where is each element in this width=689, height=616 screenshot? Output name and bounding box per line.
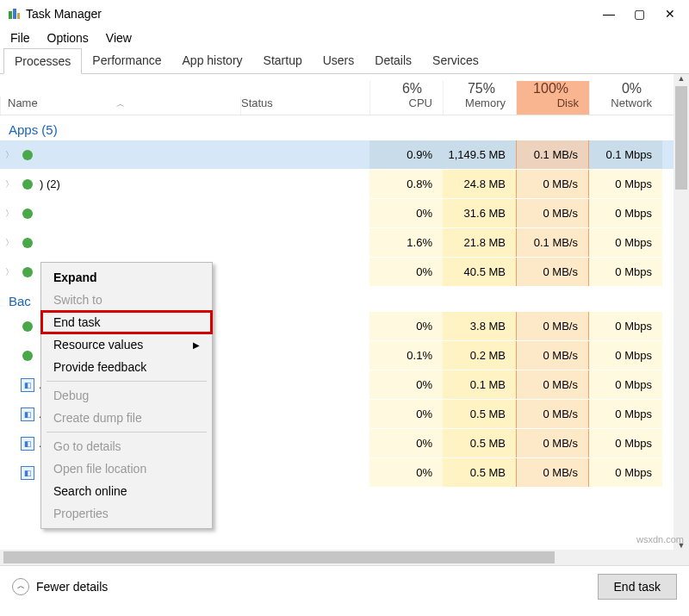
- table-row[interactable]: 〉 0.9% 1,149.5 MB 0.1 MB/s 0.1 Mbps: [0, 140, 689, 170]
- column-headers: ︿ Name Status 6%CPU 75%Memory 100%Disk 0…: [0, 74, 689, 115]
- fewer-details-toggle[interactable]: ︿ Fewer details: [12, 578, 108, 595]
- tab-users[interactable]: Users: [313, 48, 365, 73]
- app-icon: [21, 236, 34, 250]
- network-cell: 0 Mbps: [589, 370, 662, 399]
- ctx-open-file-location: Open file location: [41, 457, 212, 480]
- tab-processes[interactable]: Processes: [3, 48, 82, 74]
- menu-bar: File Options View: [0, 28, 689, 48]
- disk-cell: 0 MB/s: [516, 400, 589, 428]
- ctx-switch-to: Switch to: [41, 289, 212, 311]
- cpu-cell: 1.6%: [369, 228, 443, 257]
- footer-bar: ︿ Fewer details End task: [0, 565, 689, 607]
- ctx-create-dump: Create dump file: [41, 407, 212, 429]
- disk-cell: 0 MB/s: [516, 370, 589, 399]
- submenu-arrow-icon: ▶: [193, 340, 200, 350]
- svg-rect-1: [13, 9, 16, 19]
- expand-icon[interactable]: 〉: [5, 237, 16, 249]
- tab-details[interactable]: Details: [364, 48, 422, 73]
- disk-cell: 0 MB/s: [516, 199, 589, 227]
- svg-point-9: [22, 351, 33, 361]
- col-header-name[interactable]: ︿ Name: [0, 96, 240, 115]
- memory-cell: 21.8 MB: [443, 228, 516, 257]
- expand-icon[interactable]: 〉: [5, 266, 16, 278]
- disk-cell: 0 MB/s: [516, 170, 589, 198]
- network-cell: 0 Mbps: [589, 341, 662, 370]
- app-icon: [21, 148, 34, 162]
- ctx-provide-feedback[interactable]: Provide feedback: [41, 356, 212, 378]
- col-header-disk[interactable]: 100%Disk: [516, 81, 589, 115]
- cpu-cell: 0%: [369, 458, 443, 487]
- ctx-resource-values[interactable]: Resource values ▶: [41, 333, 212, 356]
- network-cell: 0 Mbps: [589, 429, 662, 457]
- table-row[interactable]: 〉 1.6% 21.8 MB 0.1 MB/s 0 Mbps: [0, 228, 689, 258]
- svg-point-7: [22, 267, 33, 277]
- network-cell: 0 Mbps: [589, 228, 662, 257]
- maximize-button[interactable]: ▢: [634, 7, 644, 21]
- disk-cell: 0 MB/s: [516, 458, 589, 487]
- menu-options[interactable]: Options: [40, 29, 96, 47]
- menu-file[interactable]: File: [3, 29, 37, 47]
- service-icon: ◧: [21, 437, 34, 451]
- section-apps[interactable]: Apps (5): [0, 115, 689, 140]
- memory-cell: 40.5 MB: [443, 258, 516, 286]
- menu-view[interactable]: View: [99, 29, 139, 47]
- ctx-go-to-details: Go to details: [41, 435, 212, 457]
- hscroll-thumb[interactable]: [3, 551, 555, 563]
- minimize-button[interactable]: —: [603, 7, 613, 21]
- tab-performance[interactable]: Performance: [82, 48, 171, 73]
- vertical-scrollbar[interactable]: ▲ ▼: [673, 74, 689, 565]
- service-icon: ◧: [21, 466, 34, 480]
- app-icon: [21, 265, 34, 279]
- cpu-cell: 0.1%: [369, 341, 443, 370]
- tab-startup[interactable]: Startup: [253, 48, 313, 73]
- ctx-properties: Properties: [41, 502, 212, 525]
- cpu-cell: 0.9%: [369, 140, 443, 169]
- tab-app-history[interactable]: App history: [172, 48, 253, 73]
- table-row[interactable]: 〉 0% 31.6 MB 0 MB/s 0 Mbps: [0, 199, 689, 228]
- expand-icon[interactable]: 〉: [5, 149, 16, 161]
- ctx-end-task[interactable]: End task: [41, 311, 212, 333]
- col-header-memory[interactable]: 75%Memory: [443, 81, 516, 115]
- app-icon: [21, 207, 34, 221]
- ctx-separator: [47, 381, 207, 382]
- window-title: Task Manager: [26, 7, 603, 21]
- cpu-cell: 0%: [369, 312, 443, 340]
- close-button[interactable]: ✕: [665, 7, 675, 21]
- disk-cell: 0 MB/s: [516, 258, 589, 286]
- app-icon: [7, 7, 21, 21]
- ctx-separator: [47, 432, 207, 432]
- cpu-cell: 0%: [369, 370, 443, 399]
- svg-point-6: [22, 238, 33, 248]
- title-bar: Task Manager — ▢ ✕: [0, 0, 689, 28]
- col-header-status[interactable]: Status: [240, 96, 369, 115]
- memory-cell: 1,149.5 MB: [443, 140, 516, 169]
- horizontal-scrollbar[interactable]: [0, 550, 673, 565]
- cpu-cell: 0%: [369, 400, 443, 428]
- disk-cell: 0.1 MB/s: [516, 228, 589, 257]
- expand-icon[interactable]: 〉: [5, 178, 16, 190]
- col-header-cpu[interactable]: 6%CPU: [369, 81, 443, 115]
- table-row[interactable]: 〉) (2) 0.8% 24.8 MB 0 MB/s 0 Mbps: [0, 170, 689, 199]
- service-icon: ◧: [21, 408, 34, 421]
- expand-icon[interactable]: 〉: [5, 208, 16, 220]
- svg-rect-0: [9, 11, 12, 19]
- ctx-expand[interactable]: Expand: [41, 266, 212, 289]
- scroll-up-icon[interactable]: ▲: [673, 74, 689, 83]
- app-icon: [21, 177, 34, 191]
- app-icon: [21, 349, 34, 363]
- tab-services[interactable]: Services: [422, 48, 489, 73]
- end-task-button[interactable]: End task: [598, 574, 677, 600]
- network-cell: 0 Mbps: [589, 312, 662, 340]
- scroll-thumb[interactable]: [675, 86, 687, 190]
- cpu-cell: 0%: [369, 429, 443, 457]
- network-cell: 0 Mbps: [589, 400, 662, 428]
- disk-cell: 0.1 MB/s: [516, 140, 589, 169]
- svg-point-8: [22, 321, 33, 332]
- cpu-cell: 0%: [369, 199, 443, 227]
- ctx-search-online[interactable]: Search online: [41, 480, 212, 502]
- cpu-cell: 0%: [369, 258, 443, 286]
- svg-point-5: [22, 208, 33, 219]
- col-header-network[interactable]: 0%Network: [589, 81, 662, 115]
- memory-cell: 31.6 MB: [443, 199, 516, 227]
- disk-cell: 0 MB/s: [516, 312, 589, 340]
